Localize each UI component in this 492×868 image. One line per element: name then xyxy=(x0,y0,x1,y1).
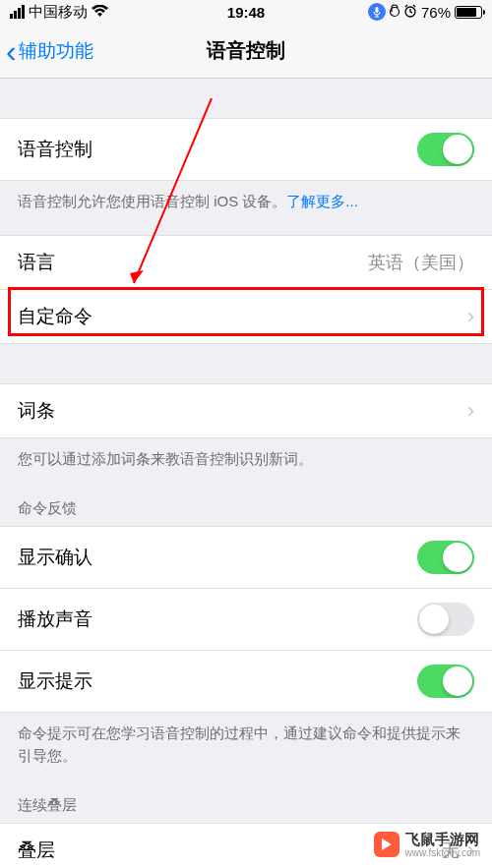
vocab-label: 词条 xyxy=(18,398,55,424)
watermark-url: www.fsktgey.com xyxy=(405,847,481,858)
chevron-right-icon: › xyxy=(467,304,474,329)
voice-control-desc: 语音控制允许您使用语音控制 iOS 设备。了解更多... xyxy=(0,181,492,223)
signal-icon xyxy=(10,5,25,19)
language-label: 语言 xyxy=(18,250,55,275)
status-time: 19:48 xyxy=(227,4,265,21)
voice-control-label: 语音控制 xyxy=(18,137,92,162)
language-value: 英语（美国） xyxy=(368,251,474,274)
play-sound-label: 播放声音 xyxy=(18,607,92,632)
language-row[interactable]: 语言 英语（美国） xyxy=(0,235,492,290)
show-hint-row: 显示提示 xyxy=(0,651,492,713)
carrier-label: 中国移动 xyxy=(29,3,88,22)
feedback-header: 命令反馈 xyxy=(0,480,492,526)
status-bar: 中国移动 19:48 76% xyxy=(0,0,492,24)
lock-icon xyxy=(390,4,400,21)
nav-bar: ‹ 辅助功能 语音控制 xyxy=(0,24,492,79)
play-sound-toggle[interactable] xyxy=(417,603,474,636)
back-label: 辅助功能 xyxy=(19,38,93,64)
voice-control-row: 语音控制 xyxy=(0,118,492,181)
show-confirm-label: 显示确认 xyxy=(18,545,92,570)
wifi-icon xyxy=(92,4,108,21)
learn-more-link[interactable]: 了解更多... xyxy=(286,193,358,209)
show-confirm-toggle[interactable] xyxy=(417,541,474,574)
show-confirm-row: 显示确认 xyxy=(0,526,492,589)
overlay-header: 连续叠层 xyxy=(0,777,492,823)
overlay-label: 叠层 xyxy=(18,838,55,863)
play-sound-row: 播放声音 xyxy=(0,589,492,651)
feedback-desc: 命令提示可在您学习语音控制的过程中，通过建议命令和提供提示来引导您。 xyxy=(0,713,492,777)
watermark-logo-icon xyxy=(374,832,400,857)
vocab-row[interactable]: 词条 › xyxy=(0,383,492,438)
voice-control-toggle[interactable] xyxy=(417,133,474,166)
watermark: 飞鼠手游网 www.fsktgey.com xyxy=(374,832,481,859)
chevron-left-icon: ‹ xyxy=(6,35,17,67)
alarm-icon xyxy=(403,4,417,21)
battery-icon xyxy=(455,6,482,19)
custom-commands-row[interactable]: 自定命令 › xyxy=(0,290,492,344)
mic-icon xyxy=(368,3,386,21)
page-title: 语音控制 xyxy=(207,37,285,64)
battery-pct: 76% xyxy=(421,4,451,21)
back-button[interactable]: ‹ 辅助功能 xyxy=(0,35,93,67)
show-hint-label: 显示提示 xyxy=(18,668,92,694)
custom-commands-label: 自定命令 xyxy=(18,304,92,329)
show-hint-toggle[interactable] xyxy=(417,665,474,698)
chevron-right-icon: › xyxy=(467,398,474,424)
vocab-desc: 您可以通过添加词条来教语音控制识别新词。 xyxy=(0,438,492,481)
watermark-title: 飞鼠手游网 xyxy=(405,832,481,848)
svg-rect-0 xyxy=(375,7,378,13)
